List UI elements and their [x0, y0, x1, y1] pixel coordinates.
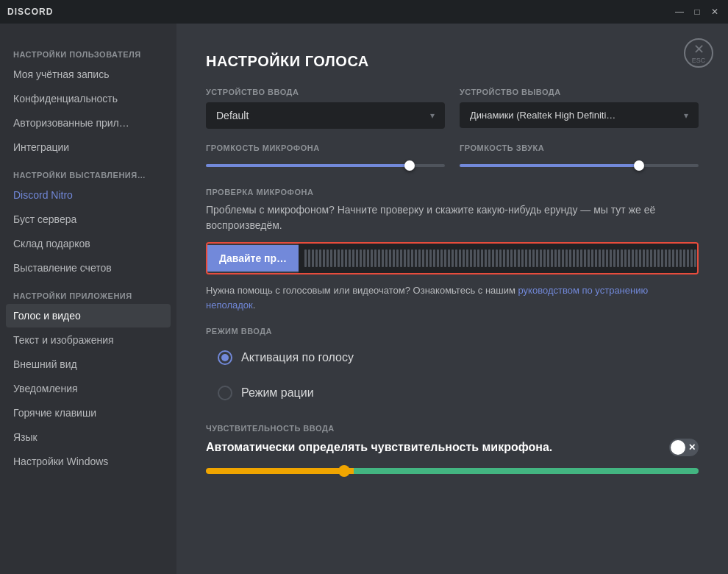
sidebar-item-account[interactable]: Моя учётная запись [6, 63, 171, 86]
sound-volume-slider-container[interactable] [460, 158, 699, 173]
mic-bar [580, 249, 582, 267]
sidebar-item-hotkeys[interactable]: Горячие клавиши [6, 401, 171, 425]
sidebar-item-boost[interactable]: Буст сервера [6, 208, 171, 231]
input-device-label: УСТРОЙСТВО ВВОДА [206, 88, 445, 96]
mic-bar [606, 249, 608, 267]
mic-volume-slider-container[interactable] [206, 158, 445, 173]
app-container: НАСТРОЙКИ ПОЛЬЗОВАТЕЛЯ Моя учётная запис… [0, 24, 728, 574]
auto-sensitivity-label: Автоматически определять чувствительност… [206, 441, 552, 454]
voice-activation-radio[interactable] [218, 350, 232, 365]
sound-volume-thumb[interactable] [634, 160, 644, 171]
sidebar-item-text[interactable]: Текст и изображения [6, 328, 171, 352]
mic-bar [599, 249, 601, 267]
output-device-group: УСТРОЙСТВО ВЫВОДА Динамики (Realtek High… [460, 88, 699, 129]
mic-bar [672, 249, 674, 267]
close-button[interactable]: ✕ [709, 6, 721, 18]
sidebar-item-language[interactable]: Язык [6, 425, 171, 449]
sidebar-item-apps[interactable]: Авторизованные прил… [6, 111, 171, 135]
mic-bar [650, 249, 652, 267]
mic-bar [532, 249, 535, 267]
mic-bar [433, 249, 435, 267]
mic-bar [525, 249, 527, 267]
sensitivity-section-label: ЧУВСТВИТЕЛЬНОСТЬ ВВОДА [206, 424, 699, 433]
sensitivity-slider[interactable] [206, 468, 699, 474]
mic-volume-thumb[interactable] [404, 160, 415, 171]
mic-bar [452, 249, 454, 267]
mic-bar [382, 249, 384, 267]
mic-bar [547, 249, 549, 267]
mic-bar [400, 249, 402, 267]
mic-bar [363, 249, 365, 267]
output-device-select[interactable]: Динамики (Realtek High Definition А ▾ [460, 102, 699, 128]
mic-volume-fill [206, 164, 409, 167]
mic-bar [437, 249, 439, 267]
mic-bar [360, 249, 362, 267]
mic-bar [665, 249, 667, 267]
mic-bar [661, 249, 663, 267]
mic-bar [470, 249, 472, 267]
output-device-label: УСТРОЙСТВО ВЫВОДА [460, 88, 699, 96]
auto-sensitivity-toggle[interactable]: ✕ [669, 439, 699, 456]
mic-bar [613, 249, 615, 267]
sidebar: НАСТРОЙКИ ПОЛЬЗОВАТЕЛЯ Моя учётная запис… [0, 24, 176, 574]
mic-bar [404, 249, 406, 267]
mic-bar [676, 249, 678, 267]
mic-volume-label: ГРОМКОСТЬ МИКРОФОНА [206, 144, 445, 152]
sidebar-item-notifications[interactable]: Уведомления [6, 377, 171, 400]
mic-bar [345, 249, 347, 267]
mic-bar [518, 249, 520, 267]
content-area: ✕ ESC НАСТРОЙКИ ГОЛОСА УСТРОЙСТВО ВВОДА … [176, 24, 728, 574]
mic-bar [628, 249, 630, 267]
mic-bar [444, 249, 446, 267]
mic-bar [330, 249, 332, 267]
mic-bar [657, 249, 660, 267]
mic-bar [323, 249, 325, 267]
mic-bar [455, 249, 457, 267]
mic-bar [698, 249, 699, 267]
maximize-button[interactable]: □ [691, 6, 703, 18]
mic-check-description: Проблемы с микрофоном? Начните проверку … [206, 202, 699, 233]
mic-bar [485, 249, 487, 267]
mic-check-button[interactable]: Давайте пр… [207, 245, 299, 272]
mic-bar [374, 249, 377, 267]
mic-bar [584, 249, 586, 267]
mic-bar [536, 249, 538, 267]
input-device-select[interactable]: Default ▾ [206, 102, 445, 129]
page-title: НАСТРОЙКИ ГОЛОСА [206, 53, 699, 70]
mic-bar [624, 249, 627, 267]
close-icon: ✕ [693, 43, 704, 56]
mic-bar [639, 249, 641, 267]
voice-activation-option[interactable]: Активация по голосу [206, 341, 699, 374]
mic-bar [349, 249, 351, 267]
mic-bar [610, 249, 612, 267]
sensitivity-thumb[interactable] [338, 465, 350, 477]
esc-label: ESC [692, 57, 706, 64]
push-to-talk-radio[interactable] [218, 386, 232, 400]
sidebar-item-gifts[interactable]: Склад подарков [6, 232, 171, 255]
mic-bar [683, 249, 685, 267]
sidebar-item-voice[interactable]: Голос и видео [6, 304, 171, 327]
sound-volume-track [460, 164, 699, 167]
mic-bar [617, 249, 619, 267]
push-to-talk-option[interactable]: Режим рации [206, 377, 699, 409]
sound-volume-fill [460, 164, 639, 167]
mic-bar [426, 249, 428, 267]
mic-bar [418, 249, 421, 267]
mic-bar [334, 249, 336, 267]
push-to-talk-label: Режим рации [241, 386, 314, 400]
device-row: УСТРОЙСТВО ВВОДА Default ▾ УСТРОЙСТВО ВЫ… [206, 88, 699, 129]
esc-button[interactable]: ✕ ESC [684, 38, 713, 68]
sidebar-item-windows[interactable]: Настройки Windows [6, 450, 171, 473]
mic-bar [396, 249, 399, 267]
mic-bar [341, 249, 343, 267]
sidebar-item-integrations[interactable]: Интеграции [6, 135, 171, 159]
sidebar-item-appearance[interactable]: Внешний вид [6, 352, 171, 376]
minimize-button[interactable]: — [674, 6, 685, 18]
sidebar-item-billing[interactable]: Выставление счетов [6, 256, 171, 280]
mic-bar [429, 249, 432, 267]
volume-row: ГРОМКОСТЬ МИКРОФОНА ГРОМКОСТЬ ЗВУКА [206, 144, 699, 173]
mic-bar [514, 249, 516, 267]
sidebar-item-privacy[interactable]: Конфиденциальность [6, 87, 171, 110]
sidebar-item-nitro[interactable]: Discord Nitro [6, 183, 171, 207]
mic-bar [632, 249, 634, 267]
